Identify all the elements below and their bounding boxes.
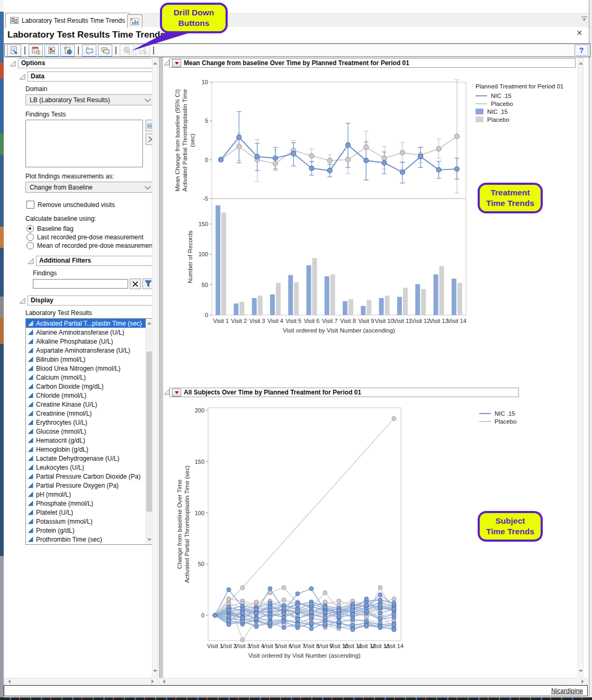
lab-test-item[interactable]: Aspartate Aminotransferase (U/L) <box>26 346 146 355</box>
lab-test-item[interactable]: Phosphate (mmol/L) <box>26 499 146 508</box>
publish-button[interactable] <box>60 44 75 57</box>
lab-test-item[interactable]: Partial Pressure Oxygen (Pa) <box>26 481 146 490</box>
svg-text:Visit 9: Visit 9 <box>358 318 374 324</box>
lab-test-item[interactable]: Alanine Aminotransferase (U/L) <box>26 328 146 337</box>
data-table-button[interactable] <box>29 44 43 57</box>
lab-test-item[interactable]: Glucose (mmol/L) <box>26 427 146 436</box>
lab-test-item[interactable]: Activated Partial T...plastin Time (sec) <box>26 319 146 328</box>
new-note-icon <box>85 46 94 55</box>
plot-as-select[interactable]: Change from Baseline <box>25 182 154 193</box>
disclosure-triangle-icon[interactable] <box>19 74 25 80</box>
nicardipine-study-link[interactable]: Nicardipine <box>551 687 583 695</box>
tab-lab-test-results-time-trends[interactable]: Laboratory Test Results Time Trends <box>5 13 130 28</box>
data-section-header[interactable]: Data <box>28 71 154 82</box>
treatment-chart-panel-header[interactable]: Mean Change from baseline Over Time by P… <box>169 58 576 68</box>
lab-test-item[interactable]: Potassium (mmol/L) <box>26 517 146 526</box>
test-triangle-icon <box>28 419 33 425</box>
treatment-time-trends-callout: Treatment Time Trends <box>478 183 543 213</box>
svg-text:100: 100 <box>195 510 204 516</box>
clear-filter-button[interactable] <box>130 279 141 289</box>
legend-entry[interactable]: Placebo <box>476 100 563 107</box>
lab-test-item[interactable]: Bilirubin (mmol/L) <box>26 355 146 364</box>
legend-entry[interactable]: Placebo <box>476 115 563 123</box>
test-triangle-icon <box>28 428 33 434</box>
lab-test-item[interactable]: Platelet (U/L) <box>26 508 146 517</box>
scroll-down-icon[interactable] <box>153 670 157 675</box>
report-horizontal-scrollbar[interactable] <box>159 678 588 685</box>
lab-test-item[interactable]: Alkaline Phosphatase (U/L) <box>26 337 146 346</box>
save-image-button[interactable] <box>44 44 59 57</box>
lab-test-item[interactable]: Calcium (mmol/L) <box>26 373 146 382</box>
svg-text:Visit ordered by Visit Number: Visit ordered by Visit Number (ascending… <box>248 652 361 659</box>
svg-text:Visit 10: Visit 10 <box>375 318 394 324</box>
domain-select[interactable]: LB (Laboratory Test Results) <box>25 94 154 105</box>
scroll-down-icon[interactable] <box>579 670 583 675</box>
lab-test-item[interactable]: Chloride (mmol/L) <box>26 391 146 400</box>
taskbar-sliver <box>0 697 592 700</box>
help-icon: ? <box>579 46 584 55</box>
lab-test-item[interactable]: Erythrocytes (U/L) <box>26 418 146 427</box>
disclosure-triangle-icon[interactable] <box>28 258 34 264</box>
subjects-chart-panel-header[interactable]: All Subjects Over Time by Planned Treatm… <box>169 388 519 397</box>
lab-test-item[interactable]: Blood Urea Nitrogen (mmol/L) <box>26 364 146 373</box>
legend-line-swatch <box>479 421 491 422</box>
scroll-left-icon[interactable] <box>6 679 11 684</box>
display-section-header[interactable]: Display <box>28 295 154 306</box>
svg-text:Visit 8: Visit 8 <box>340 318 356 324</box>
options-section-header[interactable]: Options <box>18 58 154 68</box>
findings-tests-listbox[interactable] <box>25 120 143 167</box>
scroll-up-icon[interactable] <box>153 60 157 65</box>
options-horizontal-scrollbar[interactable] <box>4 678 158 685</box>
collapse-ribbon-icon[interactable] <box>581 16 588 24</box>
svg-text:150: 150 <box>199 221 208 227</box>
close-icon[interactable]: × <box>577 29 582 37</box>
new-note-button[interactable] <box>82 44 96 57</box>
lab-test-item[interactable]: Leukocytes (U/L) <box>26 463 146 472</box>
report-button[interactable] <box>7 44 21 57</box>
legend-entry[interactable]: Placebo <box>479 417 517 425</box>
lab-test-item[interactable]: Carbon Dioxide (mg/dL) <box>26 382 146 391</box>
lab-test-item[interactable]: Hemoglobin (g/dL) <box>26 445 146 454</box>
legend-entry[interactable]: NIC .15 <box>476 92 563 100</box>
baseline-flag-radio[interactable] <box>26 225 34 232</box>
notes-button[interactable] <box>98 44 112 57</box>
trend-lines-tab-icon <box>10 17 19 24</box>
data-table-icon <box>31 46 41 55</box>
disclosure-triangle-icon[interactable] <box>19 298 25 304</box>
lab-test-results-label: Laboratory Test Results <box>25 309 158 317</box>
lab-test-item[interactable]: Partial Pressure Carbon Dioxide (Pa) <box>26 472 146 481</box>
svg-text:Activated Partial Thromboplast: Activated Partial Thromboplastin Time <box>182 89 188 191</box>
scroll-right-icon[interactable] <box>151 679 156 684</box>
lab-test-item[interactable]: Lactate Dehydrogenase (U/L) <box>26 454 146 463</box>
lab-test-item[interactable]: Prothrombin Time (sec) <box>26 535 146 544</box>
lab-test-item[interactable]: Creatine Kinase (U/L) <box>26 400 146 409</box>
disclosure-triangle-icon[interactable] <box>10 60 16 67</box>
findings-filter-input[interactable] <box>33 279 128 289</box>
options-scrollbar[interactable] <box>152 58 158 677</box>
scroll-up-icon[interactable] <box>147 320 151 325</box>
legend-entry[interactable]: NIC .15 <box>479 409 517 417</box>
test-triangle-icon <box>28 356 33 362</box>
red-menu-button[interactable] <box>172 59 181 67</box>
scroll-right-icon[interactable] <box>581 679 586 684</box>
scroll-left-icon[interactable] <box>160 679 165 684</box>
test-triangle-icon <box>28 374 33 380</box>
legend-entry[interactable]: NIC .15 <box>476 107 563 115</box>
mean-predose-radio[interactable] <box>26 242 34 249</box>
scrollbar-thumb[interactable] <box>147 352 153 511</box>
last-predose-radio[interactable] <box>26 234 34 241</box>
report-scrollbar[interactable] <box>578 58 584 677</box>
lab-test-item[interactable]: Creatinine (mmol/L) <box>26 409 146 418</box>
scroll-up-icon[interactable] <box>579 60 583 65</box>
clear-x-icon <box>132 281 139 288</box>
help-button[interactable]: ? <box>575 44 588 56</box>
lab-test-item[interactable]: pH (mmol/L) <box>26 490 146 499</box>
scroll-down-icon[interactable] <box>147 539 151 543</box>
calculate-baseline-label: Calculate baseline using: <box>25 215 158 222</box>
lab-test-item[interactable]: Hematocrit (g/dL) <box>26 436 146 445</box>
remove-unscheduled-checkbox[interactable] <box>26 201 34 209</box>
test-triangle-icon <box>28 401 33 407</box>
additional-filters-header[interactable]: Additional Filters <box>36 256 154 266</box>
lab-test-item[interactable]: Protein (g/dL) <box>26 526 146 535</box>
red-menu-button[interactable] <box>172 389 181 397</box>
